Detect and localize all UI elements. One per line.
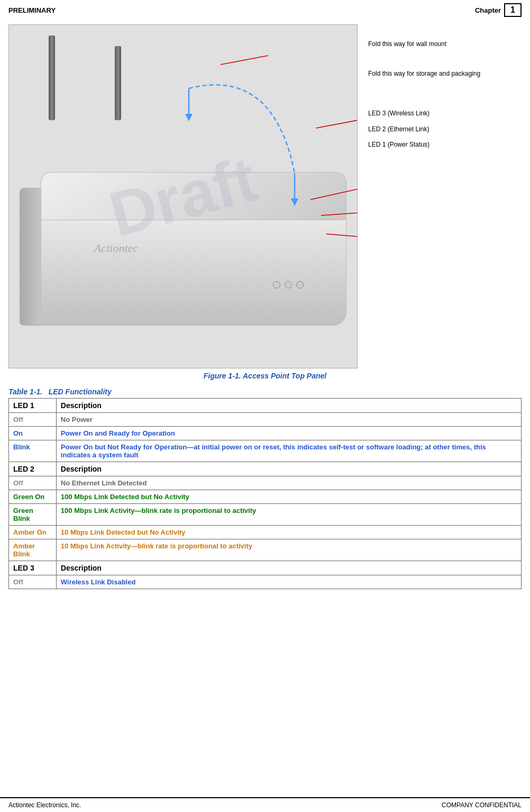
led3-text: LED 3 (Wireless Link) xyxy=(368,110,430,118)
table-row: Amber On10 Mbps Link Detected but No Act… xyxy=(9,526,522,539)
table-row: Green Blink100 Mbps Link Activity—blink … xyxy=(9,504,522,526)
page-footer: Actiontec Electronics, Inc. COMPANY CONF… xyxy=(0,797,530,812)
table-cell-state: Off xyxy=(9,476,57,490)
figure-caption-prefix: Figure 1-1. xyxy=(204,372,241,380)
led-power-indicator xyxy=(273,281,280,288)
table-row: LED 1Description xyxy=(9,399,522,413)
figure-area: Draft Actiontec xyxy=(8,24,522,368)
table-cell-state: On xyxy=(9,427,57,440)
table-row: OffNo Ethernet Link Detected xyxy=(9,476,522,490)
table-cell-description: No Ethernet Link Detected xyxy=(56,476,521,490)
table-cell-state: Blink xyxy=(9,440,57,462)
chapter-label: Chapter xyxy=(475,6,501,14)
table-row: Amber Blink10 Mbps Link Activity—blink r… xyxy=(9,539,522,561)
table-cell-state: Green Blink xyxy=(9,504,57,526)
table-cell-description: 10 Mbps Link Activity—blink rate is prop… xyxy=(56,539,521,561)
table-cell-description: Power On but Not Ready for Operation—at … xyxy=(56,440,521,462)
table-row: LED 3Description xyxy=(9,561,522,575)
led-wireless-indicator xyxy=(296,281,304,288)
figure-caption-text: Access Point Top Panel xyxy=(243,372,326,380)
actiontec-logo: Actiontec xyxy=(94,241,138,255)
led-table: LED 1DescriptionOffNo PowerOnPower On an… xyxy=(8,398,522,589)
fold-storage-text: Fold this way for storage and packaging xyxy=(368,70,480,78)
table-cell-state: Amber Blink xyxy=(9,539,57,561)
page-header: PRELIMINARY Chapter 1 xyxy=(0,0,530,20)
fold-wall-text: Fold this way for wall mount xyxy=(368,40,446,49)
table-cell-state: Amber On xyxy=(9,526,57,539)
table-cell-description: 100 Mbps Link Detected but No Activity xyxy=(56,490,521,504)
figure-caption: Figure 1-1. Access Point Top Panel xyxy=(8,372,522,380)
router-body-front: Actiontec xyxy=(41,220,346,326)
antenna-right xyxy=(115,46,121,120)
table-cell-description: Wireless Link Disabled xyxy=(56,575,521,589)
router-body-top xyxy=(41,172,346,225)
table-row: BlinkPower On but Not Ready for Operatio… xyxy=(9,440,522,462)
page-content: Draft Actiontec xyxy=(0,20,530,605)
table-cell-description: Description xyxy=(56,462,521,476)
table-title-prefix: Table 1-1. xyxy=(8,387,42,396)
router-image: Draft Actiontec xyxy=(8,24,358,368)
table-cell-description: Description xyxy=(56,561,521,575)
table-cell-description: 100 Mbps Link Activity—blink rate is pro… xyxy=(56,504,521,526)
table-cell-state: Off xyxy=(9,575,57,589)
footer-left: Actiontec Electronics, Inc. xyxy=(8,801,81,809)
annotation-led1: LED 1 (Power Status) xyxy=(368,141,522,149)
table-row: Green On100 Mbps Link Detected but No Ac… xyxy=(9,490,522,504)
antenna-left xyxy=(49,35,55,120)
chapter-number: 1 xyxy=(504,3,522,17)
table-cell-state: LED 3 xyxy=(9,561,57,575)
figure-left: Draft Actiontec xyxy=(8,24,358,368)
table-row: OffNo Power xyxy=(9,413,522,427)
figure-right-annotations: Fold this way for wall mount Fold this w… xyxy=(358,24,522,157)
table-row: LED 2Description xyxy=(9,462,522,476)
preliminary-label: PRELIMINARY xyxy=(8,6,56,14)
chapter-area: Chapter 1 xyxy=(475,3,522,17)
led-area xyxy=(273,281,304,288)
table-title-text: LED Functionality xyxy=(49,387,112,396)
table-cell-description: 10 Mbps Link Detected but No Activity xyxy=(56,526,521,539)
led2-text: LED 2 (Ethernet Link) xyxy=(368,125,429,134)
table-cell-description: Description xyxy=(56,399,521,413)
table-title: Table 1-1. LED Functionality xyxy=(8,387,522,396)
annotation-fold-wall: Fold this way for wall mount xyxy=(368,40,522,49)
table-cell-description: No Power xyxy=(56,413,521,427)
table-row: OffWireless Link Disabled xyxy=(9,575,522,589)
table-cell-state: LED 2 xyxy=(9,462,57,476)
router-main-body: Actiontec xyxy=(20,172,346,352)
table-cell-description: Power On and Ready for Operation xyxy=(56,427,521,440)
footer-right: COMPANY CONFIDENTIAL xyxy=(442,801,522,809)
annotation-led3: LED 3 (Wireless Link) xyxy=(368,110,522,118)
led1-text: LED 1 (Power Status) xyxy=(368,141,430,149)
table-cell-state: Off xyxy=(9,413,57,427)
annotation-fold-storage: Fold this way for storage and packaging xyxy=(368,70,522,78)
annotation-led2: LED 2 (Ethernet Link) xyxy=(368,125,522,134)
table-cell-state: LED 1 xyxy=(9,399,57,413)
table-cell-state: Green On xyxy=(9,490,57,504)
led-ethernet-indicator xyxy=(285,281,292,288)
router-drawing: Actiontec xyxy=(20,35,346,352)
table-row: OnPower On and Ready for Operation xyxy=(9,427,522,440)
